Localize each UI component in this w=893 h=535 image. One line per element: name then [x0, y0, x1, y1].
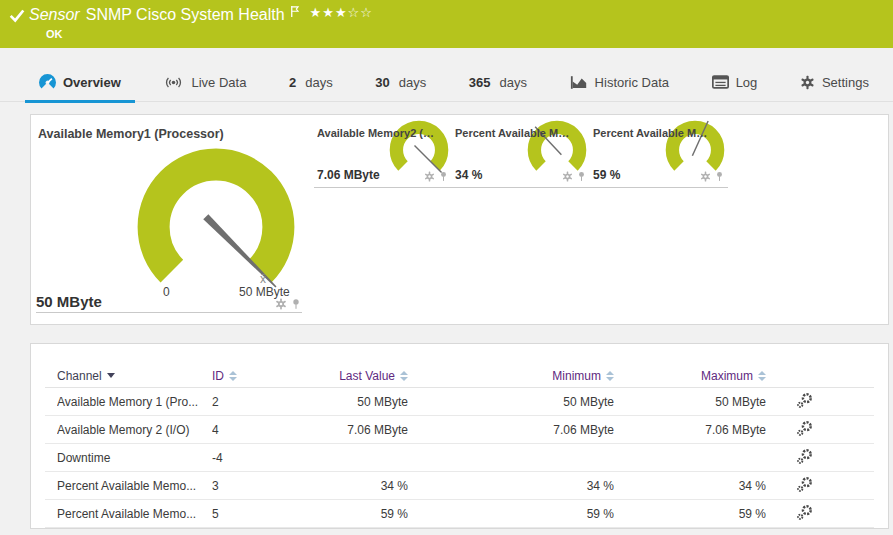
cell-id: 3 — [212, 479, 302, 493]
tab-label: Log — [736, 75, 758, 90]
cell-minimum: 7.06 MByte — [408, 423, 614, 437]
cell-last-value: 59 % — [302, 507, 408, 521]
small-gauges-row: Available Memory2 (I/O)7.06 MBytePercent… — [314, 120, 728, 188]
overview-gauge-icon — [39, 74, 56, 91]
channel-settings-icon[interactable] — [796, 504, 813, 521]
gauge-value: 34 % — [455, 168, 482, 182]
column-label: Last Value — [339, 369, 395, 383]
sensor-type-label: Sensor — [29, 6, 80, 24]
table-row: Percent Available Memo...334 %34 %34 % — [45, 472, 874, 500]
log-icon — [712, 75, 729, 89]
cell-actions — [766, 392, 874, 412]
gauge-value: 59 % — [593, 168, 620, 182]
cell-minimum: 59 % — [408, 507, 614, 521]
cell-id: 2 — [212, 395, 302, 409]
cell-channel: Available Memory 2 (I/O) — [57, 423, 212, 437]
gauge-value: 7.06 MByte — [317, 168, 380, 182]
tab-number: 365 — [469, 75, 491, 90]
tab-number: 30 — [375, 75, 389, 90]
cell-id: -4 — [212, 451, 302, 465]
tab-overview[interactable]: Overview — [25, 64, 135, 103]
cell-last-value: 34 % — [302, 479, 408, 493]
cell-minimum: 50 MByte — [408, 395, 614, 409]
gauge-title: Available Memory2 (I/O) — [317, 127, 435, 139]
cell-channel: Available Memory 1 (Pro... — [57, 395, 212, 409]
flag-icon[interactable] — [290, 5, 300, 18]
cell-minimum: 34 % — [408, 479, 614, 493]
table-row: Available Memory 1 (Pro...250 MByte50 MB… — [45, 388, 874, 416]
sort-both-icon — [229, 371, 237, 381]
channels-panel: ChannelIDLast ValueMinimumMaximum Availa… — [30, 343, 889, 529]
tab-live-data[interactable]: Live Data — [149, 64, 260, 103]
tab-historic-data[interactable]: Historic Data — [556, 64, 683, 103]
cell-actions — [766, 448, 874, 468]
cell-last-value: 7.06 MByte — [302, 423, 408, 437]
gauge-gear-icon[interactable] — [275, 298, 287, 310]
tab-2-days[interactable]: 2days — [275, 64, 347, 103]
cell-actions — [766, 476, 874, 496]
tab-log[interactable]: Log — [698, 64, 772, 103]
table-row: Available Memory 2 (I/O)47.06 MByte7.06 … — [45, 416, 874, 444]
channel-settings-icon[interactable] — [796, 392, 813, 409]
channels-table: ChannelIDLast ValueMinimumMaximum Availa… — [31, 344, 888, 528]
tab-settings[interactable]: Settings — [786, 64, 883, 103]
tab-label: Live Data — [191, 75, 246, 90]
tab-365-days[interactable]: 365days — [455, 64, 541, 103]
ok-check-icon — [8, 6, 26, 24]
column-header-channel[interactable]: Channel — [57, 369, 212, 383]
tab-bar: OverviewLive Data2days30days365daysHisto… — [0, 64, 893, 102]
gauge-pin-icon[interactable] — [714, 171, 725, 182]
column-label: Minimum — [552, 369, 601, 383]
table-row: Downtime-4 — [45, 444, 874, 472]
tab-label: Historic Data — [595, 75, 669, 90]
priority-stars[interactable]: ★★★☆☆ — [310, 5, 373, 20]
column-header-maximum[interactable]: Maximum — [614, 369, 766, 383]
channel-settings-icon[interactable] — [796, 448, 813, 465]
column-label: Channel — [57, 369, 102, 383]
gauge-value: 50 MByte — [36, 293, 102, 312]
gauge-widget-primary: Available Memory1 (Processor) x̄ 0 50 MB… — [36, 115, 302, 319]
gauge-title: Available Memory1 (Processor) — [38, 127, 224, 141]
gauge-gear-icon[interactable] — [562, 171, 573, 182]
gauge-pin-icon[interactable] — [438, 171, 449, 182]
cell-maximum: 34 % — [614, 479, 766, 493]
sort-desc-icon — [107, 373, 115, 378]
tab-label: days — [305, 75, 332, 90]
cell-channel: Downtime — [57, 451, 212, 465]
table-header-row: ChannelIDLast ValueMinimumMaximum — [45, 364, 874, 388]
tab-30-days[interactable]: 30days — [361, 64, 440, 103]
settings-gear-icon — [800, 75, 815, 90]
gauge-gear-icon[interactable] — [424, 171, 435, 182]
channel-settings-icon[interactable] — [796, 476, 813, 493]
column-header-id[interactable]: ID — [212, 369, 302, 383]
historic-data-icon — [570, 75, 588, 90]
gauge-gear-icon[interactable] — [700, 171, 711, 182]
gauge-widget-small-3: Percent Available Mem...59 % — [590, 120, 728, 188]
gauge-pin-icon[interactable] — [290, 298, 302, 310]
cell-channel: Percent Available Memo... — [57, 507, 212, 521]
live-data-icon — [163, 75, 184, 90]
table-row: Percent Available Memo...559 %59 %59 % — [45, 500, 874, 528]
cell-id: 5 — [212, 507, 302, 521]
tab-number: 2 — [289, 75, 296, 90]
cell-actions — [766, 504, 874, 524]
cell-maximum: 50 MByte — [614, 395, 766, 409]
gauge-widget-small-2: Percent Available Mem...34 % — [452, 120, 590, 188]
sort-both-icon — [606, 371, 614, 381]
gauge-pin-icon[interactable] — [576, 171, 587, 182]
channel-settings-icon[interactable] — [796, 420, 813, 437]
gauge-dial — [136, 147, 296, 307]
sort-both-icon — [758, 371, 766, 381]
tab-label: days — [399, 75, 426, 90]
column-header-minimum[interactable]: Minimum — [408, 369, 614, 383]
table-body: Available Memory 1 (Pro...250 MByte50 MB… — [45, 388, 874, 528]
cell-channel: Percent Available Memo... — [57, 479, 212, 493]
gauges-panel: Available Memory1 (Processor) x̄ 0 50 MB… — [30, 114, 889, 325]
cell-last-value: 50 MByte — [302, 395, 408, 409]
column-header-last-value[interactable]: Last Value — [302, 369, 408, 383]
column-label: ID — [212, 369, 224, 383]
gauge-title: Percent Available Mem... — [455, 127, 573, 139]
sort-both-icon — [400, 371, 408, 381]
tab-label: Overview — [63, 75, 121, 90]
gauge-title: Percent Available Mem... — [593, 127, 711, 139]
